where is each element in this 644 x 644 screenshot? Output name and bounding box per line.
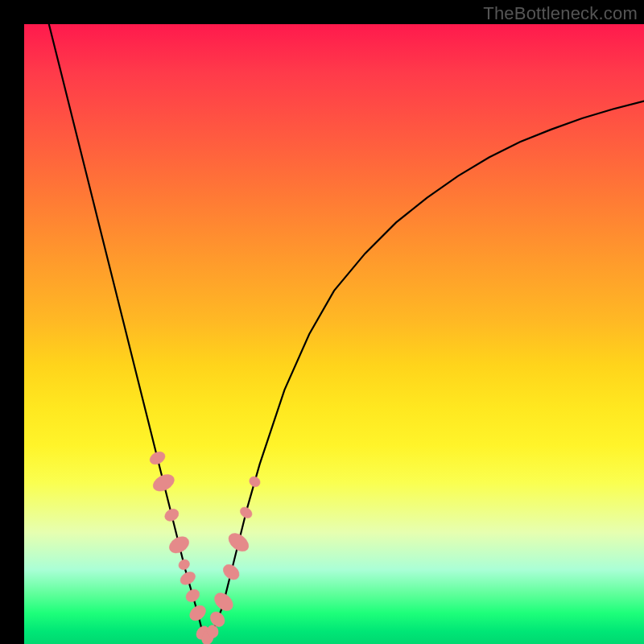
data-marker	[221, 562, 242, 583]
data-marker	[178, 569, 197, 587]
plot-area	[24, 24, 644, 644]
watermark-label: TheBottleneck.com	[483, 3, 638, 24]
data-marker	[187, 602, 208, 623]
data-marker	[177, 558, 192, 572]
data-marker	[238, 505, 254, 520]
data-marker	[151, 471, 177, 494]
data-marker	[225, 530, 252, 555]
data-markers	[147, 449, 262, 644]
data-marker	[167, 534, 192, 557]
data-marker	[163, 506, 181, 523]
chart-frame: TheBottleneck.com	[0, 0, 644, 644]
data-marker	[247, 474, 262, 489]
data-marker	[184, 587, 202, 605]
data-marker	[147, 449, 167, 467]
curve-svg	[24, 24, 644, 644]
data-marker	[211, 589, 236, 614]
bottleneck-curve	[49, 24, 644, 638]
